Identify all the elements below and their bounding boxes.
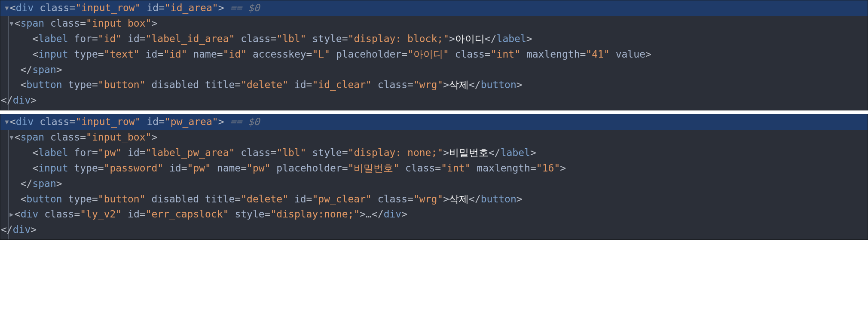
selection-marker: == $0 — [230, 2, 260, 13]
selection-marker: == $0 — [230, 116, 260, 127]
dom-node-button[interactable]: <button type="button" disabled title="de… — [9, 192, 865, 207]
attr-name: class — [40, 2, 69, 13]
selected-dom-node-pw-area[interactable]: <div class="input_row" id="pw_area"> == … — [0, 114, 868, 130]
tag-label: label — [38, 33, 68, 44]
selected-dom-node-id-area[interactable]: <div class="input_row" id="id_area"> == … — [0, 0, 868, 16]
expand-toggle-icon[interactable] — [9, 132, 15, 143]
attr-value: "input_row" — [75, 2, 141, 13]
dom-node-input[interactable]: <input type="text" id="id" name="id" acc… — [9, 47, 865, 62]
label-text: 아이디 — [455, 33, 485, 44]
attr-name: class — [50, 18, 80, 29]
tag-button: button — [27, 79, 62, 90]
expand-toggle-icon[interactable] — [4, 2, 10, 13]
dom-node-span-close[interactable]: </span> — [9, 176, 865, 192]
children-container: <span class="input_box"> <label for="pw"… — [8, 130, 868, 239]
dom-node-span-open[interactable]: <span class="input_box"> — [9, 130, 865, 145]
expand-toggle-icon[interactable] — [9, 208, 15, 220]
tag-input: input — [38, 49, 68, 60]
button-text: 삭제 — [449, 193, 469, 205]
children-container: <span class="input_box"> <label for="id"… — [8, 16, 868, 110]
dom-panel-id-area: <div class="input_row" id="id_area"> == … — [0, 0, 868, 110]
button-text: 삭제 — [449, 79, 469, 90]
dom-node-err-capslock[interactable]: <div class="ly_v2" id="err_capslock" sty… — [9, 207, 865, 222]
label-text: 비밀번호 — [449, 147, 489, 158]
bare-attr-value: value — [616, 49, 645, 60]
dom-node-label[interactable]: <label for="id" id="label_id_area" class… — [9, 31, 865, 47]
open-angle: < — [10, 2, 16, 13]
dom-node-span-open[interactable]: <span class="input_box"> — [9, 16, 865, 31]
dom-node-span-close[interactable]: </span> — [9, 62, 865, 78]
attr-value: "id_area" — [165, 2, 218, 13]
dom-node-input[interactable]: <input type="password" id="pw" name="pw"… — [9, 161, 865, 176]
attr-value: "input_box" — [86, 18, 151, 29]
tag-div: div — [16, 2, 34, 13]
tag-span: span — [21, 18, 44, 29]
dom-node-div-close[interactable]: </div> — [1, 93, 865, 108]
dom-node-button[interactable]: <button type="button" disabled title="de… — [9, 77, 865, 93]
expand-toggle-icon[interactable] — [9, 18, 15, 29]
bare-attr-disabled: disabled — [151, 193, 199, 205]
dom-node-label[interactable]: <label for="pw" id="label_pw_area" class… — [9, 145, 865, 161]
expand-toggle-icon[interactable] — [4, 116, 10, 127]
dom-node-div-close[interactable]: </div> — [1, 222, 865, 238]
collapsed-ellipsis[interactable]: … — [366, 208, 372, 220]
attr-name: id — [147, 2, 159, 13]
dom-panel-pw-area: <div class="input_row" id="pw_area"> == … — [0, 114, 868, 240]
bare-attr-disabled: disabled — [151, 79, 199, 90]
